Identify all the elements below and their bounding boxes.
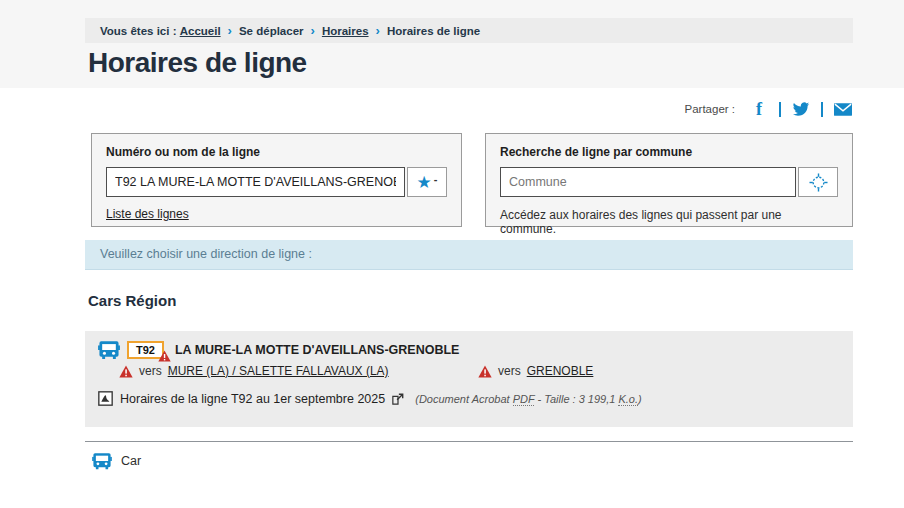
commune-search-hint: Accédez aux horaires des lignes qui pass…: [500, 208, 838, 236]
crosshair-icon: [809, 173, 828, 192]
breadcrumb: Vous êtes ici : Accueil › Se déplacer › …: [85, 18, 853, 43]
commune-search-input[interactable]: [500, 167, 796, 197]
pdf-icon: [98, 391, 113, 406]
favorite-star-button[interactable]: ★ -: [407, 167, 447, 197]
share-label: Partager :: [685, 103, 736, 115]
locate-button[interactable]: [798, 167, 838, 197]
line-name: LA MURE-LA MOTTE D'AVEILLANS-GRENOBLE: [175, 343, 459, 357]
commune-search-box: Recherche de ligne par commune Accédez a…: [485, 133, 853, 227]
top-band: Vous êtes ici : Accueil › Se déplacer › …: [0, 0, 904, 88]
page-title: Horaires de ligne: [88, 47, 307, 79]
bus-icon: [92, 452, 112, 470]
page: Vous êtes ici : Accueil › Se déplacer › …: [0, 0, 904, 508]
breadcrumb-link-accueil[interactable]: Accueil: [180, 25, 221, 37]
chevron-right-icon: ›: [311, 23, 315, 38]
pdf-meta: (Document Acrobat PDF - Taille : 3 199,1…: [415, 393, 641, 405]
external-link-icon: [392, 393, 404, 405]
chevron-right-icon: ›: [228, 23, 232, 38]
breadcrumb-item-se-deplacer: Se déplacer: [239, 25, 304, 37]
facebook-icon[interactable]: f: [749, 100, 769, 118]
list-of-lines-link[interactable]: Liste des lignes: [106, 207, 189, 221]
breadcrumb-item-current: Horaires de ligne: [387, 25, 480, 37]
breadcrumb-prefix: Vous êtes ici :: [100, 25, 176, 37]
direction-link-mure: vers MURE (LA) / SALETTE FALLAVAUX (LA): [119, 364, 389, 378]
direction-link[interactable]: GRENOBLE: [527, 364, 594, 378]
bus-icon: [98, 340, 120, 360]
warning-icon: [119, 365, 133, 378]
legend-label: Car: [121, 454, 141, 468]
share-row: Partager : f: [85, 99, 853, 119]
line-search-box: Numéro ou nom de la ligne ★ - Liste des …: [91, 133, 462, 227]
abbr-ko: K.o.: [618, 393, 638, 406]
direction-link[interactable]: MURE (LA) / SALETTE FALLAVAUX (LA): [168, 364, 389, 378]
pdf-link[interactable]: Horaires de la ligne T92 au 1er septembr…: [120, 392, 385, 406]
line-panel: T92 LA MURE-LA MOTTE D'AVEILLANS-GRENOBL…: [85, 331, 853, 427]
warning-icon: [478, 365, 492, 378]
star-caret: -: [434, 173, 438, 185]
chevron-right-icon: ›: [376, 23, 380, 38]
email-icon[interactable]: [833, 100, 853, 118]
star-icon: ★: [417, 174, 432, 191]
direction-prefix: vers: [139, 364, 162, 378]
legend-row: Car: [92, 452, 141, 470]
line-search-input[interactable]: [106, 167, 405, 197]
warning-icon: [158, 350, 171, 362]
section-heading: Cars Région: [88, 292, 176, 309]
share-separator: [779, 102, 781, 117]
direction-prefix: vers: [498, 364, 521, 378]
direction-notice: Veuillez choisir une direction de ligne …: [85, 240, 853, 270]
abbr-pdf: PDF: [513, 393, 535, 406]
share-separator: [821, 102, 823, 117]
divider: [85, 441, 853, 442]
twitter-icon[interactable]: [791, 100, 811, 118]
pdf-download-row: Horaires de la ligne T92 au 1er septembr…: [98, 391, 642, 406]
line-search-label: Numéro ou nom de la ligne: [106, 145, 447, 159]
breadcrumb-link-horaires[interactable]: Horaires: [322, 25, 369, 37]
commune-search-label: Recherche de ligne par commune: [500, 145, 838, 159]
direction-link-grenoble: vers GRENOBLE: [478, 364, 593, 378]
line-row: T92 LA MURE-LA MOTTE D'AVEILLANS-GRENOBL…: [98, 338, 459, 362]
